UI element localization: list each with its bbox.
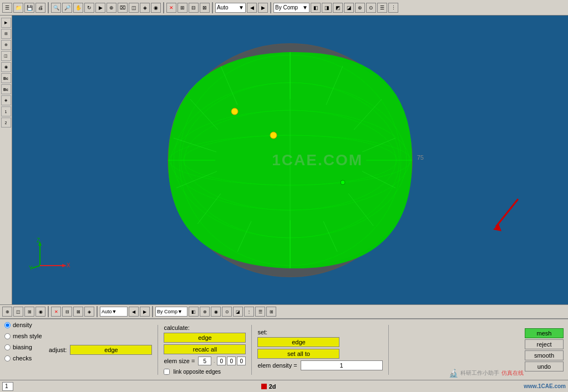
tool1-icon[interactable]: ⌧ bbox=[118, 3, 128, 13]
radio-meshstyle-input[interactable] bbox=[4, 333, 11, 339]
calc-edge-input[interactable] bbox=[164, 333, 246, 343]
link-edges-checkbox[interactable] bbox=[164, 369, 170, 375]
adjust-input[interactable] bbox=[70, 345, 152, 355]
arrow2-icon[interactable]: ▶ bbox=[258, 3, 268, 13]
cmd-icon2[interactable]: ◫ bbox=[13, 307, 23, 317]
zoom2-icon[interactable]: 🔎 bbox=[62, 3, 72, 13]
view2-icon[interactable]: ◨ bbox=[322, 3, 332, 13]
zoom-icon[interactable]: 🔍 bbox=[51, 3, 61, 13]
calc-label-row: calculate: bbox=[164, 324, 246, 331]
cmd-auto-dropdown[interactable]: Auto▼ bbox=[100, 307, 128, 317]
sb-btn4[interactable]: ◫ bbox=[1, 51, 11, 61]
tool6-icon[interactable]: ⊟ bbox=[189, 3, 199, 13]
elem-size-label: elem size = bbox=[164, 358, 195, 364]
set-label-row: set: bbox=[257, 329, 382, 335]
cmd-icon1[interactable]: ⊕ bbox=[2, 307, 12, 317]
cmd-icon6[interactable]: ⊠ bbox=[73, 307, 83, 317]
radio-density[interactable]: density bbox=[4, 319, 42, 330]
cmd-icon5[interactable]: ⊟ bbox=[62, 307, 72, 317]
es-box3: 0 bbox=[227, 357, 236, 365]
auto-dropdown[interactable]: Auto ▼ bbox=[215, 3, 246, 13]
select-icon[interactable]: ▶ bbox=[95, 3, 105, 13]
radio-biasing[interactable]: biasing bbox=[4, 342, 42, 353]
save-icon[interactable]: 💾 bbox=[24, 3, 34, 13]
cmd-bycomp-label: By Comp bbox=[157, 309, 178, 314]
adjust-section: adjust: bbox=[49, 345, 152, 355]
cmd-icon8[interactable]: ◧ bbox=[189, 307, 199, 317]
smooth-button[interactable]: smooth bbox=[525, 350, 564, 360]
radio-checks-input[interactable] bbox=[4, 355, 11, 362]
radio-checks[interactable]: checks bbox=[4, 353, 42, 364]
sb-btn1[interactable]: ▶ bbox=[1, 18, 11, 28]
sb-btn9[interactable]: 1 bbox=[1, 106, 11, 116]
mesh-button[interactable]: mesh bbox=[525, 328, 564, 338]
tool7-icon[interactable]: ⊠ bbox=[200, 3, 210, 13]
pan-icon[interactable]: ✋ bbox=[73, 3, 83, 13]
arrow1-icon[interactable]: ◀ bbox=[247, 3, 257, 13]
sep1 bbox=[48, 2, 49, 13]
sb-btn7[interactable]: Bc bbox=[1, 84, 11, 94]
tool3-icon[interactable]: ◈ bbox=[140, 3, 150, 13]
cmd-arr2[interactable]: ▶ bbox=[140, 307, 150, 317]
cmd-icon9[interactable]: ⊕ bbox=[200, 307, 210, 317]
sep3 bbox=[212, 2, 213, 13]
view7-icon[interactable]: ☰ bbox=[377, 3, 387, 13]
cmd-icon15[interactable]: ⊞ bbox=[266, 307, 276, 317]
cmd-x[interactable]: ✕ bbox=[51, 307, 61, 317]
reject-button[interactable]: reject bbox=[525, 339, 564, 349]
sb-btn5[interactable]: ◉ bbox=[1, 62, 11, 72]
auto-chevron: ▼ bbox=[239, 4, 244, 11]
cmd-icon3[interactable]: ⊞ bbox=[24, 307, 34, 317]
sb-btn8[interactable]: ◈ bbox=[1, 95, 11, 105]
pick-icon[interactable]: ⊕ bbox=[106, 3, 116, 13]
es-box4: 0 bbox=[237, 357, 246, 365]
view3-icon[interactable]: ◩ bbox=[333, 3, 343, 13]
svg-text:Y: Y bbox=[29, 265, 33, 271]
radio-group: density mesh style biasing checks bbox=[4, 319, 42, 364]
red-arrow bbox=[479, 194, 513, 227]
rotate-icon[interactable]: ↻ bbox=[84, 3, 94, 13]
mode-indicator: 2d bbox=[261, 383, 276, 390]
view4-icon[interactable]: ◪ bbox=[344, 3, 354, 13]
undo-button[interactable]: undo bbox=[525, 362, 564, 371]
cmd-icon4[interactable]: ◉ bbox=[36, 307, 45, 317]
cmd-bycomp-dropdown[interactable]: By Comp▼ bbox=[155, 307, 187, 317]
sep-v2 bbox=[251, 325, 252, 375]
elem-size-row: elem size = 5 . 0 0 0 bbox=[164, 356, 246, 366]
menu-icon[interactable]: ☰ bbox=[2, 3, 12, 13]
open-icon[interactable]: 📁 bbox=[13, 3, 23, 13]
view1-icon[interactable]: ◧ bbox=[311, 3, 321, 13]
set-allto-row bbox=[257, 349, 382, 359]
cw-text1: 科研工作小助手 bbox=[460, 369, 499, 377]
radio-biasing-input[interactable] bbox=[4, 344, 11, 350]
view8-icon[interactable]: ⋮ bbox=[388, 3, 398, 13]
cmd-icon12[interactable]: ◪ bbox=[233, 307, 243, 317]
sb-btn10[interactable]: 2 bbox=[1, 118, 11, 128]
x-icon[interactable]: ✕ bbox=[166, 3, 176, 13]
cmd-icon14[interactable]: ☰ bbox=[255, 307, 265, 317]
view6-icon[interactable]: ⊙ bbox=[366, 3, 376, 13]
cmd-icon10[interactable]: ◉ bbox=[211, 307, 221, 317]
view5-icon[interactable]: ⊕ bbox=[355, 3, 365, 13]
radio-density-input[interactable] bbox=[4, 322, 11, 328]
adjust-row: adjust: bbox=[49, 345, 152, 355]
set-allto-input[interactable] bbox=[257, 349, 339, 359]
cmd-arr1[interactable]: ◀ bbox=[129, 307, 139, 317]
radio-meshstyle[interactable]: mesh style bbox=[4, 330, 42, 342]
cmd-icon7[interactable]: ◈ bbox=[84, 307, 94, 317]
tool4-icon[interactable]: ◉ bbox=[151, 3, 161, 13]
set-edge-input[interactable] bbox=[257, 337, 339, 347]
calc-recalc-input[interactable] bbox=[164, 344, 246, 354]
bycomp-dropdown[interactable]: By Comp ▼ bbox=[273, 3, 310, 13]
sb-btn3[interactable]: ⊕ bbox=[1, 40, 11, 50]
controls-watermark: 🔬 科研工作小助手 仿真在线 bbox=[449, 369, 524, 378]
tool2-icon[interactable]: ◫ bbox=[129, 3, 139, 13]
print-icon[interactable]: 🖨 bbox=[36, 3, 45, 13]
cmd-icon11[interactable]: ⊙ bbox=[222, 307, 232, 317]
sb-btn2[interactable]: ⊞ bbox=[1, 29, 11, 39]
tool5-icon[interactable]: ⊞ bbox=[178, 3, 187, 13]
elem-density-input[interactable] bbox=[301, 360, 383, 370]
bottom-toolbar: ⊕ ◫ ⊞ ◉ ✕ ⊟ ⊠ ◈ Auto▼ ◀ ▶ By Comp▼ ◧ ⊕ ◉… bbox=[0, 304, 568, 319]
sb-btn6[interactable]: Bc bbox=[1, 73, 11, 83]
cmd-icon13[interactable]: ⋮ bbox=[244, 307, 254, 317]
